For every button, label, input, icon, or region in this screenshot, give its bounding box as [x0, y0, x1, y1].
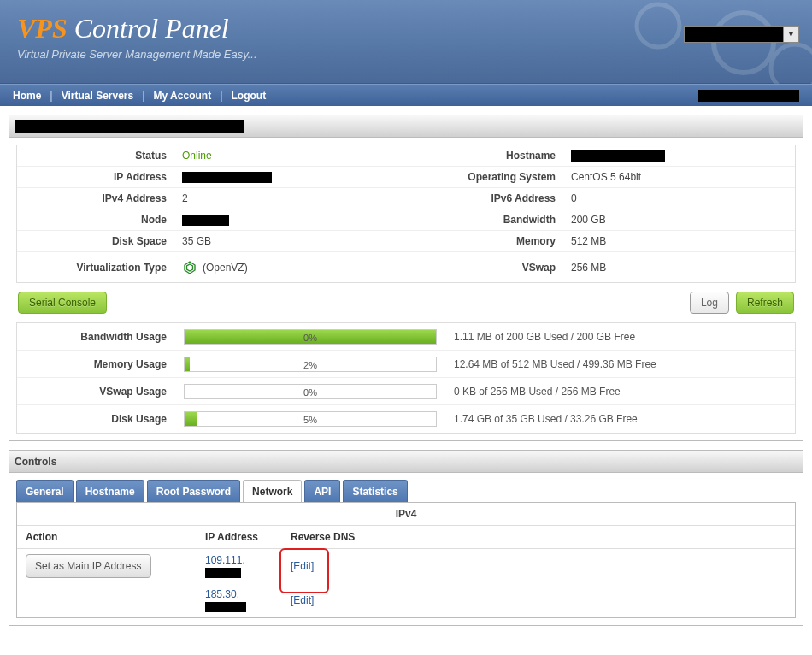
svg-point-1	[637, 4, 680, 47]
action-button-row: Serial Console Log Refresh	[16, 292, 796, 314]
tab-api[interactable]: API	[304, 480, 340, 503]
server-panel: StatusOnline IP Address IPv4 Address2 No…	[9, 115, 803, 441]
header: VPS Control Panel Virtual Private Server…	[0, 0, 812, 84]
edit-rdns-link[interactable]: [Edit]	[291, 594, 314, 606]
chevron-down-icon: ▼	[783, 27, 798, 42]
tabs: General Hostname Root Password Network A…	[16, 480, 796, 503]
os-value: CentOS 5 64bit	[564, 171, 641, 183]
account-dropdown[interactable]: ▼	[684, 26, 799, 43]
svg-point-2	[771, 44, 812, 84]
disk-value: 35 GB	[175, 235, 211, 247]
svg-point-0	[714, 13, 774, 73]
ipv4-label: IPv4 Address	[17, 192, 175, 204]
tab-statistics[interactable]: Statistics	[343, 480, 407, 503]
mem-usage-bar: 2%	[184, 357, 437, 372]
bw-value: 200 GB	[564, 214, 606, 226]
ipv6-value: 0	[564, 192, 577, 204]
mem-usage-text: 12.64 MB of 512 MB Used / 499.36 MB Free	[445, 358, 656, 370]
ip-cell: 185.30.	[197, 583, 282, 617]
node-label: Node	[17, 214, 175, 226]
nav-my-account[interactable]: My Account	[154, 90, 212, 102]
openvz-icon	[182, 260, 197, 275]
tab-content: IPv4 Action IP Address Reverse DNS Set a…	[16, 502, 796, 618]
nav-virtual-servers[interactable]: Virtual Servers	[62, 90, 134, 102]
disk-label: Disk Space	[17, 235, 175, 247]
ip-table: Action IP Address Reverse DNS Set as Mai…	[17, 526, 795, 617]
disk-usage-text: 1.74 GB of 35 GB Used / 33.26 GB Free	[445, 413, 638, 425]
set-main-ip-button[interactable]: Set as Main IP Address	[26, 554, 151, 578]
nav-logout[interactable]: Logout	[231, 90, 266, 102]
usage-panel: Bandwidth Usage 0% 1.11 MB of 200 GB Use…	[16, 322, 796, 434]
ip-row: 185.30. [Edit]	[17, 583, 795, 617]
bw-usage-bar: 0%	[184, 329, 437, 345]
server-panel-header	[9, 115, 803, 138]
col-ip: IP Address	[197, 526, 282, 549]
edit-rdns-link[interactable]: [Edit]	[291, 560, 314, 572]
bw-label: Bandwidth	[406, 214, 564, 226]
node-value	[175, 215, 229, 226]
vs-usage-bar: 0%	[184, 384, 437, 399]
main: StatusOnline IP Address IPv4 Address2 No…	[0, 106, 812, 643]
ip-label: IP Address	[17, 171, 175, 183]
navbar: Home | Virtual Servers | My Account | Lo…	[0, 84, 812, 106]
ip-value	[175, 172, 272, 183]
ipv6-label: IPv6 Address	[406, 192, 564, 204]
ip-cell: 109.111.	[197, 549, 282, 584]
col-rdns: Reverse DNS	[282, 526, 795, 549]
mem-label: Memory	[406, 235, 564, 247]
logo-suffix: Control Panel	[68, 13, 229, 44]
hostname-label: Hostname	[406, 150, 564, 162]
bw-usage-label: Bandwidth Usage	[17, 331, 175, 343]
virt-value: (OpenVZ)	[175, 260, 248, 275]
disk-usage-label: Disk Usage	[17, 413, 175, 425]
vswap-value: 256 MB	[564, 262, 606, 274]
os-label: Operating System	[406, 171, 564, 183]
status-label: Status	[17, 150, 175, 162]
mem-usage-label: Memory Usage	[17, 358, 175, 370]
nav-right-redacted	[698, 90, 799, 102]
server-name-redacted	[15, 120, 244, 133]
log-button[interactable]: Log	[690, 292, 729, 314]
controls-panel: Controls General Hostname Root Password …	[9, 450, 803, 626]
hostname-value	[564, 150, 665, 162]
serial-console-button[interactable]: Serial Console	[18, 292, 107, 314]
disk-usage-bar: 5%	[184, 411, 437, 427]
info-grid: StatusOnline IP Address IPv4 Address2 No…	[16, 145, 796, 283]
col-action: Action	[17, 526, 197, 549]
tab-root-password[interactable]: Root Password	[147, 480, 240, 503]
nav-home[interactable]: Home	[13, 90, 41, 102]
tab-network[interactable]: Network	[243, 480, 302, 503]
logo-prefix: VPS	[17, 13, 68, 44]
mem-value: 512 MB	[564, 235, 606, 247]
ipv4-section-header: IPv4	[17, 503, 795, 526]
refresh-button[interactable]: Refresh	[736, 292, 794, 314]
tab-general[interactable]: General	[16, 480, 74, 503]
tab-hostname[interactable]: Hostname	[76, 480, 144, 503]
virt-label: Virtualization Type	[17, 262, 175, 274]
ip-row: Set as Main IP Address 109.111. [Edit]	[17, 549, 795, 584]
controls-header: Controls	[9, 451, 803, 473]
vswap-label: VSwap	[406, 262, 564, 274]
bw-usage-text: 1.11 MB of 200 GB Used / 200 GB Free	[445, 331, 635, 343]
ipv4-value: 2	[175, 192, 188, 204]
status-value: Online	[175, 150, 212, 162]
vs-usage-label: VSwap Usage	[17, 386, 175, 398]
vs-usage-text: 0 KB of 256 MB Used / 256 MB Free	[445, 386, 621, 398]
